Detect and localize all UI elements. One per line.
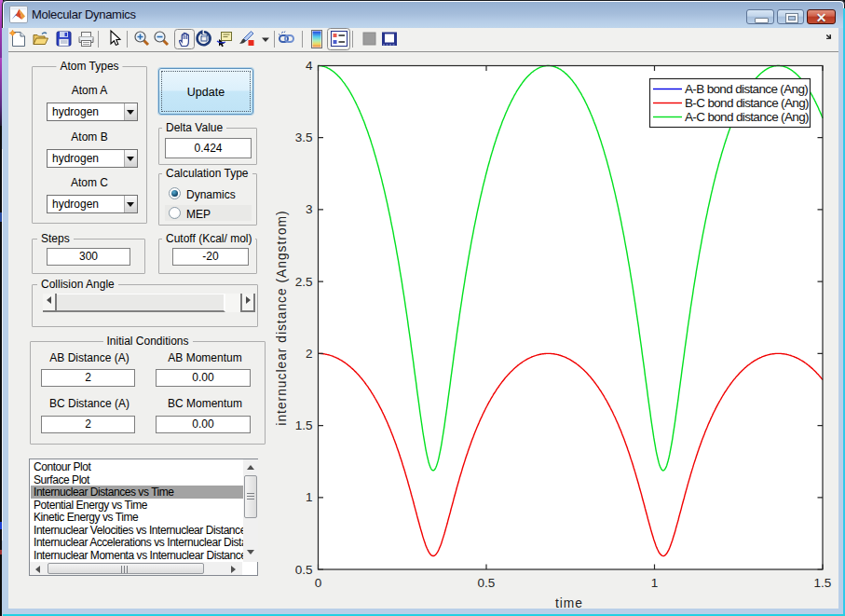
svg-text:3.5: 3.5: [295, 130, 313, 144]
svg-text:1: 1: [651, 576, 659, 590]
svg-text:time: time: [555, 596, 583, 609]
svg-text:0: 0: [315, 576, 322, 590]
svg-text:0.5: 0.5: [478, 576, 496, 590]
svg-text:2: 2: [306, 347, 313, 361]
svg-text:1.5: 1.5: [295, 418, 313, 432]
svg-text:1.5: 1.5: [814, 576, 832, 590]
svg-text:internuclear distance (Angstro: internuclear distance (Angstrom): [276, 210, 289, 425]
svg-text:0.5: 0.5: [295, 563, 313, 577]
svg-text:3: 3: [306, 202, 313, 216]
svg-text:1: 1: [306, 490, 313, 504]
svg-text:A-B bond distance (Ang): A-B bond distance (Ang): [685, 82, 808, 96]
svg-text:A-C bond distance (Ang): A-C bond distance (Ang): [685, 110, 809, 124]
svg-text:2.5: 2.5: [295, 275, 313, 289]
svg-text:4: 4: [306, 59, 313, 73]
svg-text:B-C bond distance (Ang): B-C bond distance (Ang): [685, 96, 809, 110]
